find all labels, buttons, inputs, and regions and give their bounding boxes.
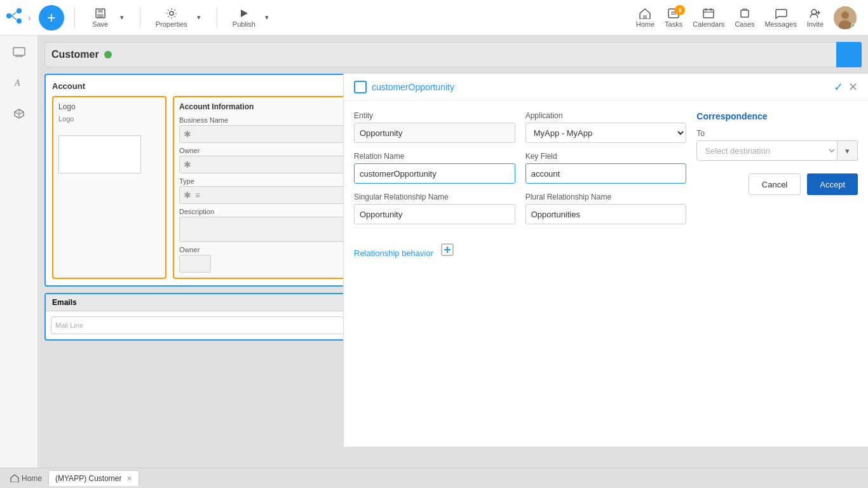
- application-select[interactable]: MyApp - MyApp: [526, 123, 687, 143]
- nav-home-label: Home: [636, 20, 654, 28]
- dialog-body: Entity Relation Name Singular Relationsh…: [344, 101, 868, 447]
- svg-rect-16: [703, 10, 714, 18]
- plural-input[interactable]: [526, 204, 687, 224]
- home-tab[interactable]: Home: [5, 474, 47, 483]
- publish-label: Publish: [233, 20, 255, 28]
- dialog-panel: customerOpportunity ✓ ✕ Entity Relation …: [343, 74, 868, 447]
- svg-point-1: [17, 8, 22, 13]
- user-avatar[interactable]: [834, 6, 857, 29]
- bottom-bar: Home (MYAPP) Customer ×: [0, 468, 868, 488]
- svg-rect-10: [643, 15, 647, 18]
- cancel-button[interactable]: Cancel: [749, 173, 801, 195]
- svg-marker-9: [241, 10, 248, 17]
- dialog-close-icon[interactable]: ✕: [848, 80, 858, 94]
- properties-group: Properties ▾: [146, 5, 212, 30]
- nav-invite[interactable]: Invite: [807, 8, 824, 28]
- svg-point-2: [17, 18, 22, 24]
- dialog-actions: Cancel Accept: [696, 173, 858, 195]
- app-logo-icon: [5, 7, 23, 29]
- toolbar: › + Save ▾ Proper: [0, 0, 868, 36]
- nav-invite-label: Invite: [807, 20, 824, 28]
- nav-tasks[interactable]: 9 9 Tasks: [665, 8, 682, 28]
- svg-rect-20: [741, 10, 749, 17]
- logo-box-title: Logo: [58, 102, 160, 111]
- publish-group: Publish ▾: [222, 5, 280, 30]
- nav-messages[interactable]: Messages: [765, 8, 797, 28]
- dialog-title: customerOpportunity: [372, 82, 829, 92]
- properties-button[interactable]: Properties: [152, 5, 191, 30]
- destination-caret-icon[interactable]: ▾: [837, 140, 858, 161]
- add-button[interactable]: +: [39, 5, 64, 30]
- sidebar-screen-icon[interactable]: [9, 43, 29, 63]
- properties-label: Properties: [156, 20, 187, 28]
- dialog-grid: Entity Relation Name Singular Relationsh…: [354, 111, 858, 233]
- asterisk-icon-2: ✱: [184, 159, 191, 170]
- relationship-add-icon[interactable]: [441, 247, 454, 258]
- separator-3: [217, 8, 217, 28]
- svg-rect-27: [13, 48, 25, 55]
- singular-group: Singular Relationship Name: [354, 193, 515, 224]
- relationship-behavior-link[interactable]: Relationship behavior: [354, 248, 433, 258]
- svg-text:A: A: [14, 78, 20, 88]
- main-area: A Customer Account: [0, 36, 868, 468]
- correspondence-section: Correspondence To Select destination ▾ C…: [696, 111, 858, 233]
- properties-dropdown-button[interactable]: ▾: [193, 13, 205, 22]
- to-group: To Select destination ▾: [696, 129, 858, 161]
- plural-label: Plural Relationship Name: [526, 193, 687, 201]
- dialog-confirm-icon[interactable]: ✓: [834, 80, 843, 94]
- svg-line-3: [11, 12, 17, 16]
- plural-group: Plural Relationship Name: [526, 193, 687, 224]
- relationship-behavior-label: Relationship behavior: [354, 248, 433, 258]
- destination-wrapper: Select destination ▾: [696, 140, 858, 161]
- toolbar-right: Home 9 9 Tasks Calendars: [636, 6, 863, 29]
- svg-point-8: [170, 11, 173, 15]
- nav-cases-label: Cases: [735, 20, 754, 28]
- publish-dropdown-button[interactable]: ▾: [261, 13, 273, 22]
- relation-name-group: Relation Name: [354, 152, 515, 184]
- key-field-input[interactable]: [526, 163, 687, 184]
- publish-button[interactable]: Publish: [229, 5, 259, 30]
- accept-button[interactable]: Accept: [807, 173, 858, 195]
- nav-cases[interactable]: Cases: [735, 8, 754, 28]
- tab-close-icon[interactable]: ×: [126, 473, 132, 484]
- asterisk-icon-3: ✱: [184, 190, 191, 200]
- key-field-label: Key Field: [526, 152, 687, 161]
- application-label: Application: [526, 111, 687, 120]
- dialog-entity-icon: [354, 81, 367, 93]
- online-indicator: [851, 24, 856, 29]
- customer-tab[interactable]: (MYAPP) Customer ×: [48, 470, 139, 486]
- save-dropdown-button[interactable]: ▾: [116, 13, 128, 22]
- svg-rect-6: [98, 9, 103, 13]
- dialog-header: customerOpportunity ✓ ✕: [344, 74, 868, 101]
- home-tab-label: Home: [22, 474, 42, 483]
- svg-point-25: [841, 11, 849, 19]
- to-label: To: [696, 129, 858, 138]
- canvas-title: Customer: [51, 49, 99, 60]
- expand-arrow-icon[interactable]: ›: [28, 13, 31, 23]
- dialog-col-1: Entity Relation Name Singular Relationsh…: [354, 111, 515, 233]
- entity-group: Entity: [354, 111, 515, 143]
- separator-2: [140, 8, 140, 28]
- singular-label: Singular Relationship Name: [354, 193, 515, 201]
- dialog-col-2: Application MyApp - MyApp Key Field Plur…: [526, 111, 687, 233]
- customer-tab-label: (MYAPP) Customer: [55, 474, 121, 483]
- save-button[interactable]: Save: [86, 5, 114, 30]
- logo-box: Logo Logo: [52, 96, 166, 279]
- nav-home[interactable]: Home: [636, 8, 654, 28]
- footer-owner-input[interactable]: [179, 255, 211, 273]
- sidebar-text-icon[interactable]: A: [10, 73, 29, 94]
- relation-name-input[interactable]: [354, 163, 515, 184]
- nav-messages-label: Messages: [765, 20, 797, 28]
- singular-input[interactable]: [354, 204, 515, 224]
- sidebar-cube-icon[interactable]: [10, 104, 29, 125]
- toolbar-left: › + Save ▾ Proper: [5, 5, 636, 30]
- application-group: Application MyApp - MyApp: [526, 111, 687, 143]
- destination-select[interactable]: Select destination: [696, 140, 837, 161]
- asterisk-icon: ✱: [184, 129, 191, 139]
- entity-input[interactable]: [354, 123, 515, 143]
- key-field-group: Key Field: [526, 152, 687, 184]
- svg-rect-7: [97, 14, 104, 17]
- relation-name-label: Relation Name: [354, 152, 515, 161]
- nav-calendars[interactable]: Calendars: [693, 8, 724, 28]
- nav-calendars-label: Calendars: [693, 20, 724, 28]
